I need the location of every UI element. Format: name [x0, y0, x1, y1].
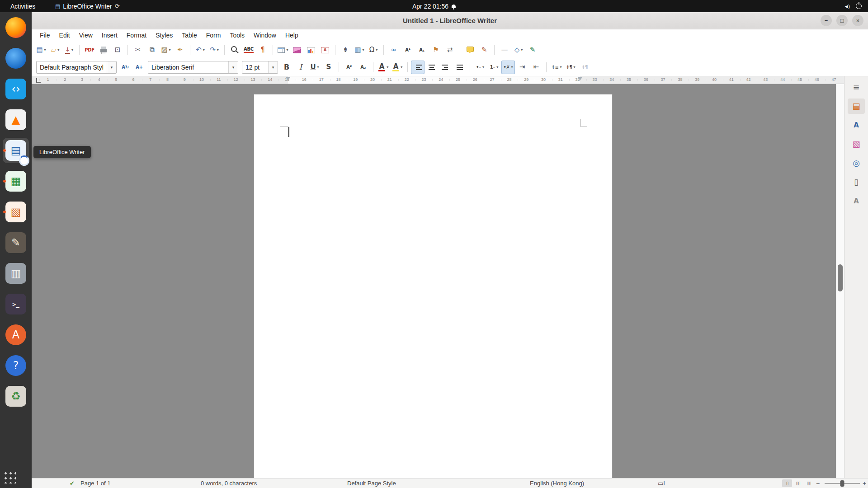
page-count-label[interactable]: Page 1 of 1 — [80, 479, 111, 488]
sidebar-settings-button[interactable]: ≡ — [848, 80, 865, 95]
align-right-button[interactable] — [439, 61, 453, 74]
find-replace-button[interactable] — [228, 43, 241, 57]
menu-file[interactable]: File — [35, 30, 55, 41]
justify-button[interactable] — [453, 61, 467, 74]
menu-view[interactable]: View — [75, 30, 97, 41]
underline-button[interactable]: U ▾ — [308, 61, 321, 74]
export-pdf-button[interactable]: PDF — [83, 43, 96, 57]
print-preview-button[interactable]: ⊡ — [111, 43, 124, 57]
strikethrough-button[interactable]: S — [322, 61, 335, 74]
left-indent-marker[interactable] — [286, 77, 290, 83]
menu-styles[interactable]: Styles — [151, 30, 177, 41]
increase-indent-button[interactable]: ⇥ — [515, 61, 529, 74]
tab-stop-type-indicator[interactable] — [36, 78, 41, 83]
insert-comment-button[interactable] — [463, 43, 477, 57]
menu-insert[interactable]: Insert — [97, 30, 122, 41]
dock-files[interactable]: ▥ — [3, 261, 29, 286]
sidebar-tab-style-inspector[interactable]: A — [848, 193, 865, 209]
sidebar-tab-page[interactable]: ▯ — [848, 174, 865, 190]
vertical-scrollbar-thumb[interactable] — [838, 264, 843, 291]
insert-page-break-button[interactable]: ⇟ — [339, 43, 352, 57]
focused-app-indicator[interactable]: ▤ LibreOffice Writer ⟳ — [55, 0, 120, 12]
insert-field-button[interactable]: ▥ ▾ — [353, 43, 366, 57]
zoom-out-button[interactable]: − — [816, 479, 820, 488]
font-name-combobox[interactable]: Liberation Serif ▾ — [148, 61, 238, 74]
dock-vlc[interactable]: ▲ — [3, 107, 29, 132]
document-workspace[interactable] — [32, 84, 836, 479]
line-spacing-button[interactable]: ↕≡ ▾ — [550, 61, 563, 74]
update-style-button[interactable]: A↻ — [118, 61, 132, 74]
dock-terminal[interactable]: >_ — [3, 291, 29, 317]
minimize-button[interactable]: − — [821, 15, 832, 26]
sidebar-tab-properties[interactable]: ▤ — [848, 99, 865, 114]
system-status-area[interactable]: ◄) — [844, 0, 862, 12]
new-document-button[interactable]: ▤ ▾ — [34, 43, 48, 57]
text-language-label[interactable]: English (Hong Kong) — [530, 479, 584, 488]
zoom-slider-thumb[interactable] — [840, 480, 844, 487]
redo-button[interactable]: ↷ ▾ — [208, 43, 221, 57]
dock-ubuntu-software[interactable]: A — [3, 322, 29, 347]
vertical-scrollbar[interactable] — [836, 84, 844, 479]
document-page[interactable] — [254, 94, 613, 488]
menu-format[interactable]: Format — [122, 30, 151, 41]
save-button[interactable]: ↓ ▾ — [62, 43, 76, 57]
dock-gimp[interactable]: ✎ — [3, 230, 29, 255]
menu-help[interactable]: Help — [281, 30, 303, 41]
open-button[interactable]: ▱ ▾ — [48, 43, 62, 57]
dock-firefox[interactable] — [3, 15, 29, 40]
dock-vscode[interactable]: ‹› — [3, 76, 29, 102]
subscript-button[interactable]: A₂ — [356, 61, 370, 74]
show-applications-button[interactable] — [2, 470, 16, 483]
clock-menu[interactable]: Apr 22 01:56 — [412, 0, 456, 12]
sidebar-tab-gallery[interactable]: ▧ — [848, 136, 865, 152]
insert-bookmark-button[interactable]: ⚑ — [429, 43, 443, 57]
insert-text-box-button[interactable]: A — [318, 43, 332, 57]
close-button[interactable]: × — [852, 15, 863, 26]
bold-button[interactable]: B — [280, 61, 293, 74]
show-draw-functions-button[interactable]: ✎ — [526, 43, 539, 57]
insert-chart-button[interactable] — [304, 43, 318, 57]
horizontal-line-button[interactable]: — — [498, 43, 511, 57]
menu-tools[interactable]: Tools — [225, 30, 249, 41]
print-button[interactable] — [97, 43, 110, 57]
insert-mode-indicator[interactable]: ▭I — [658, 479, 665, 488]
sidebar-tab-styles[interactable]: A — [848, 117, 865, 133]
align-left-button[interactable] — [411, 61, 425, 74]
insert-table-button[interactable]: ▾ — [276, 43, 290, 57]
align-center-button[interactable] — [425, 61, 439, 74]
book-view-button[interactable]: ▯▯ — [804, 479, 814, 487]
basic-shapes-button[interactable]: ◇ ▾ — [512, 43, 525, 57]
horizontal-ruler[interactable]: 1 2 3 4 5 6 7 8 9 10 11 12 13 14 15 16 1… — [32, 76, 844, 84]
cut-button[interactable]: ✂ — [131, 43, 145, 57]
no-list-button[interactable]: •✗ ▾ — [501, 61, 515, 74]
zoom-slider[interactable] — [825, 483, 860, 484]
paragraph-spacing-decrease-button[interactable]: ↕¶ — [578, 61, 591, 74]
insert-footnote-button[interactable]: A¹ — [401, 43, 415, 57]
document-status-icon[interactable]: ✔ — [70, 479, 75, 488]
italic-button[interactable]: I — [294, 61, 307, 74]
insert-image-button[interactable] — [290, 43, 304, 57]
spelling-button[interactable]: ABC — [242, 43, 255, 57]
copy-button[interactable]: ⧉ — [145, 43, 159, 57]
right-indent-marker[interactable] — [578, 77, 582, 83]
dock-help[interactable]: ? — [3, 353, 29, 378]
highlighting-color-button[interactable]: A ▾ — [391, 61, 404, 74]
clone-formatting-button[interactable]: ✒ — [173, 43, 187, 57]
page-style-label[interactable]: Default Page Style — [347, 479, 396, 488]
dock-libreoffice-calc[interactable]: ▦ — [3, 169, 29, 194]
insert-special-character-button[interactable]: Ω ▾ — [367, 43, 380, 57]
formatting-marks-button[interactable]: ¶ — [256, 43, 269, 57]
paragraph-style-combobox[interactable]: Default Paragraph Styl ▾ — [36, 61, 117, 74]
chevron-down-icon[interactable]: ▾ — [268, 61, 278, 73]
paste-button[interactable]: ▨ ▾ — [159, 43, 173, 57]
font-color-button[interactable]: A ▾ — [377, 61, 390, 74]
unordered-list-button[interactable]: •– ▾ — [473, 61, 487, 74]
dock-trash[interactable]: ♻ — [3, 384, 29, 409]
font-size-combobox[interactable]: 12 pt ▾ — [242, 61, 278, 74]
track-changes-button[interactable]: ✎ — [477, 43, 491, 57]
insert-endnote-button[interactable]: A₁ — [415, 43, 429, 57]
multiple-page-view-button[interactable]: ▯▯ — [793, 479, 803, 487]
chevron-down-icon[interactable]: ▾ — [228, 61, 238, 73]
insert-hyperlink-button[interactable]: ∞ — [387, 43, 401, 57]
new-style-button[interactable]: A+ — [132, 61, 146, 74]
